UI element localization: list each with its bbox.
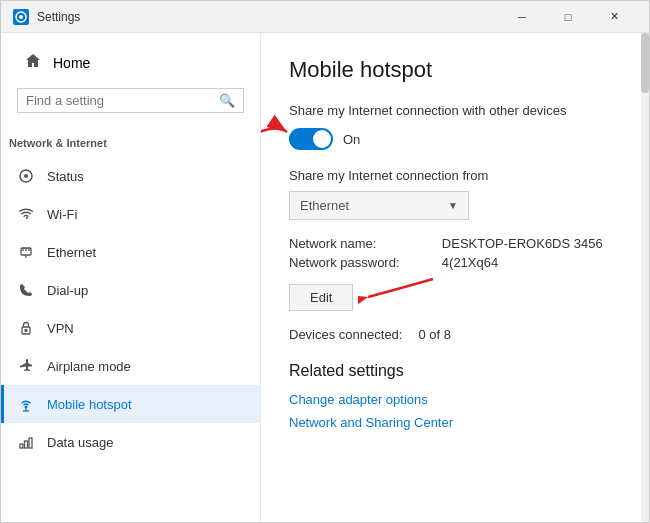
network-password-value: 4(21Xq64 xyxy=(442,255,621,270)
svg-point-1 xyxy=(19,15,23,19)
scrollbar-thumb[interactable] xyxy=(641,33,649,93)
airplane-icon xyxy=(17,357,35,375)
network-name-key: Network name: xyxy=(289,236,418,251)
devices-connected-value: 0 of 8 xyxy=(418,327,451,342)
sidebar-item-hotspot-label: Mobile hotspot xyxy=(47,397,132,412)
settings-window: Settings ─ □ ✕ Home xyxy=(0,0,650,523)
home-label: Home xyxy=(53,55,90,71)
svg-rect-16 xyxy=(29,438,32,448)
sidebar-item-ethernet-label: Ethernet xyxy=(47,245,96,260)
window-controls: ─ □ ✕ xyxy=(499,1,637,33)
toggle-switch[interactable] xyxy=(289,128,333,150)
share-from-label: Share my Internet connection from xyxy=(289,168,621,183)
sidebar-item-dialup[interactable]: Dial-up xyxy=(1,271,260,309)
ethernet-icon xyxy=(17,243,35,261)
window-title: Settings xyxy=(37,10,499,24)
app-icon xyxy=(13,9,29,25)
sidebar-item-datausage[interactable]: Data usage xyxy=(1,423,260,461)
network-info: Network name: DESKTOP-EROK6DS 3456 Netwo… xyxy=(289,236,621,270)
status-icon xyxy=(17,167,35,185)
sidebar-item-vpn-label: VPN xyxy=(47,321,74,336)
sidebar-item-ethernet[interactable]: Ethernet xyxy=(1,233,260,271)
maximize-button[interactable]: □ xyxy=(545,1,591,33)
sidebar-section-title: Network & Internet xyxy=(1,133,260,157)
vpn-icon xyxy=(17,319,35,337)
sidebar-item-home[interactable]: Home xyxy=(17,45,244,80)
related-settings-title: Related settings xyxy=(289,362,621,380)
edit-arrow xyxy=(358,269,438,319)
sidebar-item-airplane[interactable]: Airplane mode xyxy=(1,347,260,385)
scrollbar-track[interactable] xyxy=(641,33,649,522)
sidebar-top: Home 🔍 xyxy=(1,33,260,133)
hotspot-icon xyxy=(17,395,35,413)
dropdown-arrow-icon: ▼ xyxy=(448,200,458,211)
sidebar-item-wifi[interactable]: Wi-Fi xyxy=(1,195,260,233)
page-title: Mobile hotspot xyxy=(289,57,621,83)
dialup-icon xyxy=(17,281,35,299)
share-label: Share my Internet connection with other … xyxy=(289,103,621,118)
dropdown-value: Ethernet xyxy=(300,198,349,213)
content-area: Mobile hotspot Share my Internet connect… xyxy=(261,33,649,522)
edit-button[interactable]: Edit xyxy=(289,284,353,311)
search-input[interactable] xyxy=(26,93,219,108)
sidebar-item-status-label: Status xyxy=(47,169,84,184)
svg-rect-15 xyxy=(25,441,28,448)
home-icon xyxy=(25,53,41,72)
svg-point-3 xyxy=(24,174,28,178)
connection-dropdown[interactable]: Ethernet ▼ xyxy=(289,191,469,220)
toggle-container: On xyxy=(289,128,621,150)
datausage-icon xyxy=(17,433,35,451)
toggle-label: On xyxy=(343,132,360,147)
main-layout: Home 🔍 Network & Internet Status xyxy=(1,33,649,522)
sidebar-item-vpn[interactable]: VPN xyxy=(1,309,260,347)
network-sharing-link[interactable]: Network and Sharing Center xyxy=(289,415,621,430)
svg-point-11 xyxy=(25,406,28,409)
wifi-icon xyxy=(17,205,35,223)
sidebar-item-airplane-label: Airplane mode xyxy=(47,359,131,374)
svg-point-10 xyxy=(25,330,27,332)
sidebar-item-hotspot[interactable]: Mobile hotspot xyxy=(1,385,260,423)
network-password-key: Network password: xyxy=(289,255,418,270)
sidebar-item-datausage-label: Data usage xyxy=(47,435,114,450)
change-adapter-link[interactable]: Change adapter options xyxy=(289,392,621,407)
devices-row: Devices connected: 0 of 8 xyxy=(289,327,621,342)
network-name-value: DESKTOP-EROK6DS 3456 xyxy=(442,236,621,251)
devices-connected-label: Devices connected: xyxy=(289,327,402,342)
title-bar: Settings ─ □ ✕ xyxy=(1,1,649,33)
close-button[interactable]: ✕ xyxy=(591,1,637,33)
edit-btn-container: Edit xyxy=(289,284,353,311)
search-icon: 🔍 xyxy=(219,93,235,108)
sidebar-item-dialup-label: Dial-up xyxy=(47,283,88,298)
sidebar-item-status[interactable]: Status xyxy=(1,157,260,195)
search-box[interactable]: 🔍 xyxy=(17,88,244,113)
minimize-button[interactable]: ─ xyxy=(499,1,545,33)
sidebar-item-wifi-label: Wi-Fi xyxy=(47,207,77,222)
sidebar: Home 🔍 Network & Internet Status xyxy=(1,33,261,522)
svg-rect-14 xyxy=(20,444,23,448)
